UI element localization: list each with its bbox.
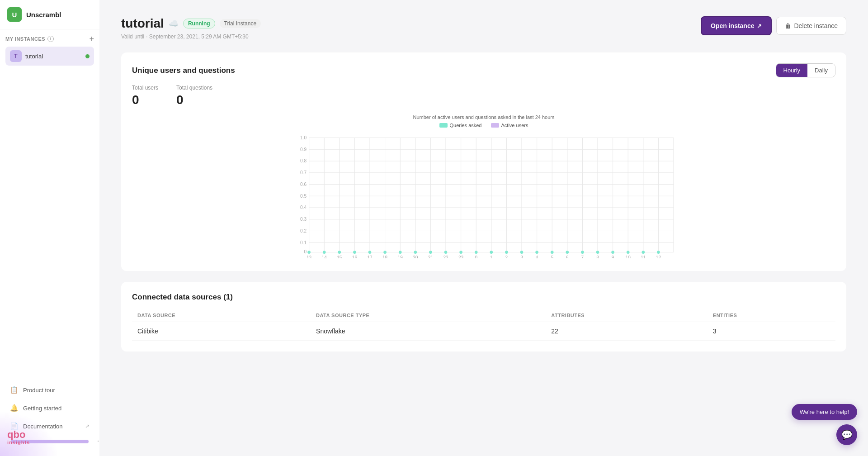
svg-point-58: [475, 251, 478, 254]
instances-header: MY INSTANCES i +: [5, 35, 94, 43]
svg-point-50: [353, 251, 356, 254]
hourly-toggle[interactable]: Hourly: [776, 64, 808, 77]
instances-label: MY INSTANCES i: [5, 36, 54, 42]
svg-text:0.4: 0.4: [300, 205, 307, 210]
svg-point-52: [383, 251, 387, 254]
cloud-icon: ☁️: [169, 19, 179, 28]
running-badge: Running: [183, 19, 215, 28]
more-options-icon[interactable]: ···: [97, 437, 99, 445]
svg-point-54: [414, 251, 417, 254]
svg-point-53: [399, 251, 402, 254]
delete-instance-button[interactable]: 🗑 Delete instance: [776, 17, 846, 35]
svg-text:0.6: 0.6: [300, 182, 307, 187]
daily-toggle[interactable]: Daily: [807, 64, 835, 77]
legend-items: Queries asked Active users: [132, 123, 835, 128]
table-body: Citibike Snowflake 22 3: [132, 322, 835, 341]
status-dot: [85, 54, 90, 58]
instances-section: MY INSTANCES i + T tutorial: [0, 29, 99, 66]
chart-svg: 1.0 0.9 0.8 0.7 0.6 0.5 0.4 0.3 0.2 0.1 …: [132, 132, 835, 258]
stats-row: Total users 0 Total questions 0: [132, 85, 835, 107]
svg-text:0.9: 0.9: [300, 147, 307, 152]
sidebar-item-product-tour[interactable]: 📋 Product tour: [5, 382, 94, 398]
open-instance-button[interactable]: Open instance ↗: [701, 16, 772, 35]
svg-point-61: [520, 251, 524, 254]
col-type: DATA SOURCE TYPE: [311, 309, 546, 322]
sidebar-logo: qbo insights: [7, 430, 30, 445]
col-datasource: DATA SOURCE: [132, 309, 311, 322]
svg-text:18: 18: [382, 255, 388, 258]
trial-badge: Trial Instance: [220, 19, 261, 28]
app-avatar: U: [7, 7, 22, 22]
svg-text:0: 0: [475, 255, 477, 258]
total-users-label: Total users: [132, 85, 158, 91]
svg-text:17: 17: [367, 255, 373, 258]
svg-text:3: 3: [520, 255, 523, 258]
datasources-section: Connected data sources (1) DATA SOURCE D…: [121, 282, 846, 352]
svg-text:13: 13: [307, 255, 312, 258]
svg-point-67: [611, 251, 614, 254]
table-row: Citibike Snowflake 22 3: [132, 322, 835, 341]
svg-text:2: 2: [505, 255, 508, 258]
sidebar-item-getting-started[interactable]: 🔔 Getting started: [5, 400, 94, 416]
svg-text:1.0: 1.0: [300, 135, 307, 140]
svg-text:9: 9: [612, 255, 614, 258]
svg-point-59: [490, 251, 493, 254]
page-title-area: tutorial ☁️ Running Trial Instance Valid…: [121, 16, 261, 40]
svg-point-66: [596, 251, 599, 254]
sidebar-header: U Unscrambl: [0, 0, 99, 29]
queries-color: [439, 123, 448, 128]
queries-legend: Queries asked: [439, 123, 482, 128]
svg-point-62: [535, 251, 538, 254]
chart-container: Number of active users and questions ask…: [132, 114, 835, 260]
svg-point-63: [551, 251, 554, 254]
svg-text:6: 6: [566, 255, 569, 258]
instances-info-icon[interactable]: i: [47, 36, 54, 42]
cell-type: Snowflake: [311, 322, 546, 341]
svg-point-68: [627, 251, 630, 254]
page-title-row: tutorial ☁️ Running Trial Instance: [121, 16, 261, 31]
add-instance-button[interactable]: +: [89, 35, 94, 43]
svg-text:0: 0: [304, 249, 307, 254]
svg-point-64: [566, 251, 569, 254]
table-header-row: DATA SOURCE DATA SOURCE TYPE ATTRIBUTES …: [132, 309, 835, 322]
instance-item[interactable]: T tutorial: [5, 47, 94, 66]
svg-text:11: 11: [641, 255, 646, 258]
external-icon: ↗: [757, 23, 762, 29]
svg-text:23: 23: [458, 255, 464, 258]
chat-icon: 💬: [841, 429, 853, 440]
svg-text:12: 12: [656, 255, 661, 258]
svg-text:5: 5: [551, 255, 553, 258]
chat-help-button[interactable]: We're here to help!: [792, 404, 857, 420]
chart-section-title: Unique users and questions: [132, 66, 235, 75]
svg-point-70: [657, 251, 660, 254]
users-color: [491, 123, 499, 128]
instance-avatar: T: [10, 50, 22, 62]
chart-title: Number of active users and questions ask…: [132, 114, 835, 120]
queries-label: Queries asked: [450, 123, 482, 128]
svg-point-51: [368, 251, 372, 254]
product-tour-icon: 📋: [10, 386, 19, 394]
chart-section-header: Unique users and questions Hourly Daily: [132, 63, 835, 77]
total-users-value: 0: [132, 93, 158, 107]
col-entities: ENTITIES: [708, 309, 835, 322]
svg-text:0.3: 0.3: [300, 217, 307, 222]
svg-text:0.1: 0.1: [300, 240, 307, 245]
datasources-section-header: Connected data sources (1): [132, 293, 835, 302]
total-questions-stat: Total questions 0: [176, 85, 212, 107]
sidebar-item-label: Product tour: [23, 387, 55, 394]
header-actions: Open instance ↗ 🗑 Delete instance: [701, 16, 846, 35]
svg-point-49: [338, 251, 341, 254]
svg-point-65: [581, 251, 584, 254]
svg-point-47: [307, 251, 311, 254]
svg-text:0.7: 0.7: [300, 170, 307, 175]
sidebar: U Unscrambl MY INSTANCES i + T tutorial …: [0, 0, 99, 456]
svg-text:19: 19: [398, 255, 403, 258]
cell-datasource: Citibike: [132, 322, 311, 341]
total-users-stat: Total users 0: [132, 85, 158, 107]
sidebar-item-label: Getting started: [23, 405, 61, 412]
valid-until-text: Valid until - September 23, 2021, 5:29 A…: [121, 33, 261, 40]
chat-icon-button[interactable]: 💬: [836, 424, 857, 445]
users-label: Active users: [501, 123, 528, 128]
trash-icon: 🗑: [785, 22, 791, 29]
svg-text:20: 20: [413, 255, 418, 258]
